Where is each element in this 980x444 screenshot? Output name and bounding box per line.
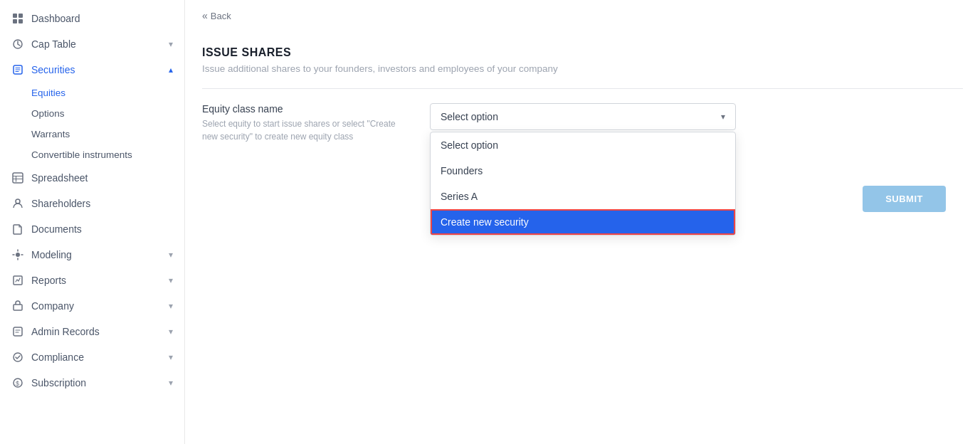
sidebar-item-documents[interactable]: Documents <box>0 216 184 242</box>
sidebar-item-shareholders[interactable]: Shareholders <box>0 191 184 216</box>
dropdown-option-select[interactable]: Select option <box>431 132 735 158</box>
sidebar-item-cap-table[interactable]: Cap Table ▾ <box>0 31 184 57</box>
securities-icon <box>11 63 24 76</box>
company-icon <box>11 300 24 312</box>
back-chevron-icon: « <box>202 10 208 21</box>
sidebar-item-dashboard-label: Dashboard <box>31 13 80 24</box>
submit-button[interactable]: SUBMIT <box>863 186 946 212</box>
shareholders-icon <box>11 197 24 210</box>
svg-text:$: $ <box>16 380 19 387</box>
sidebar-sub-item-convertible[interactable]: Convertible instruments <box>0 144 184 165</box>
svg-rect-1 <box>19 14 23 18</box>
sidebar-item-subscription[interactable]: $ Subscription ▾ <box>0 370 184 396</box>
svg-point-8 <box>16 253 20 257</box>
form-title: ISSUE SHARES <box>202 46 963 59</box>
sidebar-sub-item-equities[interactable]: Equities <box>0 83 184 103</box>
sidebar-sub-item-options[interactable]: Options <box>0 103 184 124</box>
form-section: ISSUE SHARES Issue additional shares to … <box>185 32 980 240</box>
chevron-down-icon: ▾ <box>169 39 173 49</box>
dropdown-option-series-a[interactable]: Series A <box>431 184 735 209</box>
sidebar-item-compliance-label: Compliance <box>31 352 84 363</box>
back-link-label: Back <box>211 11 231 21</box>
svg-rect-0 <box>13 14 17 18</box>
sidebar-item-subscription-label: Subscription <box>31 377 86 388</box>
sidebar-item-spreadsheet-label: Spreadsheet <box>31 172 88 184</box>
documents-icon <box>11 223 24 236</box>
equity-class-label: Equity class name <box>202 103 401 115</box>
sidebar-item-dashboard[interactable]: Dashboard <box>0 6 184 31</box>
dropdown-menu: Select option Founders Series A Create n… <box>430 132 736 236</box>
reports-icon <box>11 274 24 287</box>
svg-point-7 <box>16 199 20 204</box>
equity-class-dropdown[interactable]: Select option ▾ <box>430 103 736 130</box>
back-link[interactable]: « Back <box>185 0 980 32</box>
sidebar-item-reports-label: Reports <box>31 275 66 286</box>
chevron-down-icon: ▾ <box>169 250 173 260</box>
sidebar-item-securities-label: Securities <box>31 64 75 75</box>
chevron-up-icon: ▴ <box>169 65 173 75</box>
chevron-down-icon: ▾ <box>169 327 173 337</box>
admin-records-icon <box>11 325 24 338</box>
sidebar-item-reports[interactable]: Reports ▾ <box>0 268 184 293</box>
sidebar-item-admin-records[interactable]: Admin Records ▾ <box>0 319 184 344</box>
content-area: « Back ISSUE SHARES Issue additional sha… <box>185 0 980 444</box>
sidebar-item-admin-records-label: Admin Records <box>31 326 100 337</box>
sidebar-item-documents-label: Documents <box>31 223 82 235</box>
chevron-down-icon: ▾ <box>169 301 173 311</box>
dropdown-wrapper: Select option ▾ Select option Founders S… <box>430 103 736 130</box>
dropdown-arrow-icon: ▾ <box>721 112 725 122</box>
dropdown-selected-label: Select option <box>441 111 498 122</box>
sidebar-sub-item-warrants[interactable]: Warrants <box>0 124 184 144</box>
form-divider <box>202 88 963 89</box>
sidebar-item-modeling-label: Modeling <box>31 249 72 260</box>
chevron-down-icon: ▾ <box>169 378 173 388</box>
sidebar-item-spreadsheet[interactable]: Spreadsheet <box>0 165 184 191</box>
dashboard-icon <box>11 12 24 25</box>
spreadsheet-icon <box>11 171 24 184</box>
modeling-icon <box>11 248 24 261</box>
cap-table-icon <box>11 38 24 51</box>
svg-rect-6 <box>13 173 23 183</box>
form-row: Equity class name Select equity to start… <box>202 103 963 143</box>
sidebar-item-company-label: Company <box>31 300 74 312</box>
sidebar-item-company[interactable]: Company ▾ <box>0 293 184 319</box>
sidebar: Dashboard Cap Table ▾ Securities ▴ Equit… <box>0 0 185 444</box>
sidebar-item-securities[interactable]: Securities ▴ <box>0 57 184 83</box>
svg-rect-3 <box>19 19 23 23</box>
svg-rect-10 <box>14 305 22 310</box>
chevron-down-icon: ▾ <box>169 352 173 362</box>
sidebar-item-compliance[interactable]: Compliance ▾ <box>0 344 184 370</box>
chevron-down-icon: ▾ <box>169 275 173 285</box>
dropdown-option-create-new[interactable]: Create new security <box>431 209 735 235</box>
form-subtitle: Issue additional shares to your founders… <box>202 63 963 74</box>
sidebar-item-modeling[interactable]: Modeling ▾ <box>0 242 184 268</box>
form-label-group: Equity class name Select equity to start… <box>202 103 401 143</box>
svg-rect-11 <box>14 327 22 336</box>
main-content: « Back ISSUE SHARES Issue additional sha… <box>185 0 980 444</box>
dropdown-option-founders[interactable]: Founders <box>431 158 735 184</box>
sidebar-item-cap-table-label: Cap Table <box>31 38 76 50</box>
svg-rect-2 <box>13 19 17 23</box>
sidebar-item-shareholders-label: Shareholders <box>31 198 90 209</box>
compliance-icon <box>11 351 24 364</box>
subscription-icon: $ <box>11 376 24 389</box>
equity-class-description: Select equity to start issue shares or s… <box>202 117 401 143</box>
